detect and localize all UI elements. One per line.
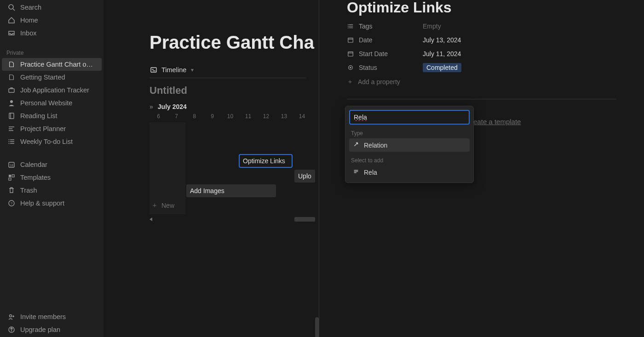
popup-option-relation[interactable]: Relation — [349, 138, 470, 152]
day-col[interactable]: 13 — [275, 113, 293, 120]
day-col[interactable]: 7 — [167, 113, 185, 120]
prop-label: Start Date — [359, 50, 388, 57]
day-col[interactable]: 9 — [203, 113, 221, 120]
day-col[interactable]: 10 — [221, 113, 239, 120]
sidebar-home[interactable]: Home — [2, 14, 102, 27]
page-title[interactable]: Practice Gantt Char — [150, 32, 315, 53]
sidebar-templates[interactable]: Templates — [2, 171, 102, 184]
label: Upgrade plan — [20, 326, 60, 333]
create-template-link[interactable]: create a template — [468, 118, 521, 126]
detail-panel: Optimize Links Tags Empty Date July 13, … — [319, 0, 644, 337]
label: Trash — [20, 187, 37, 194]
divider — [347, 99, 616, 99]
day-col[interactable]: 6 — [150, 113, 167, 120]
month-navigator[interactable]: » July 2024 — [150, 103, 315, 110]
search-icon — [7, 3, 16, 11]
sidebar-search[interactable]: Search — [2, 1, 102, 14]
add-property-label: Add a property — [358, 78, 400, 86]
day-col[interactable]: 8 — [185, 113, 203, 120]
prop-value[interactable]: July 13, 2024 — [423, 36, 461, 44]
sidebar-calendar[interactable]: 18 Calendar — [2, 158, 102, 171]
sidebar-page-personal-website[interactable]: Personal Website — [2, 97, 102, 109]
templates-icon — [7, 173, 16, 182]
label: Inbox — [20, 29, 36, 37]
person-icon — [7, 99, 16, 107]
timeline-body[interactable]: Optimize Links Uplo Add Images ＋ New — [150, 122, 315, 214]
timeline-horizontal-scrollbar[interactable] — [150, 217, 315, 222]
svg-point-38 — [350, 67, 351, 69]
svg-rect-17 — [9, 175, 11, 177]
scrollbar-thumb[interactable] — [294, 217, 315, 222]
svg-rect-33 — [348, 38, 353, 43]
prop-label: Date — [359, 36, 373, 44]
svg-point-13 — [9, 141, 10, 142]
svg-rect-19 — [9, 178, 11, 180]
task-bar-optimize-links[interactable]: Optimize Links — [239, 154, 292, 167]
popup-option-rela[interactable]: Rela — [349, 166, 470, 179]
label: Help & support — [20, 200, 64, 207]
property-row-status[interactable]: Status Completed — [347, 64, 616, 71]
svg-point-31 — [348, 26, 349, 27]
label: Templates — [20, 174, 51, 181]
relation-icon — [353, 141, 359, 149]
new-row-button[interactable]: ＋ New — [150, 200, 176, 211]
day-col[interactable]: 14 — [293, 113, 311, 120]
sidebar-help[interactable]: ? Help & support — [2, 197, 102, 210]
task-bar-add-images[interactable]: Add Images — [186, 184, 276, 197]
svg-rect-4 — [9, 113, 14, 119]
sidebar-page-project-planner[interactable]: Project Planner — [2, 122, 102, 135]
calendar-icon: 18 — [7, 160, 16, 169]
label: Reading List — [20, 112, 58, 120]
month-label: July 2024 — [158, 103, 187, 110]
label: Practice Gantt Chart on N... — [20, 61, 96, 68]
view-selector[interactable]: Timeline ▾ — [150, 62, 306, 78]
sidebar: Search Home Inbox Private Practice Gantt… — [0, 0, 104, 337]
sidebar-page-practice-gantt[interactable]: Practice Gantt Chart on N... — [2, 58, 102, 71]
prop-value[interactable]: Empty — [423, 23, 441, 30]
status-icon — [347, 64, 354, 71]
svg-point-30 — [348, 24, 349, 25]
label: Search — [20, 4, 41, 11]
property-row-date[interactable]: Date July 13, 2024 — [347, 36, 616, 44]
sidebar-invite-members[interactable]: Invite members — [2, 310, 102, 323]
planner-icon — [7, 125, 16, 133]
prop-value[interactable]: July 11, 2024 — [423, 50, 461, 57]
chevron-down-icon: ▾ — [191, 67, 194, 73]
view-label: Timeline — [161, 66, 186, 74]
property-row-tags[interactable]: Tags Empty — [347, 23, 616, 30]
book-icon — [7, 112, 16, 120]
help-icon: ? — [7, 199, 16, 207]
page-icon — [7, 73, 16, 81]
property-row-start-date[interactable]: Start Date July 11, 2024 — [347, 50, 616, 57]
sidebar-page-weekly-todo[interactable]: Weekly To-do List — [2, 135, 102, 148]
plus-icon: ＋ — [347, 78, 353, 86]
todo-icon — [7, 137, 16, 146]
database-title[interactable]: Untitled — [150, 85, 315, 97]
property-search-popup: Type Relation Select to add Rela — [345, 106, 474, 183]
briefcase-icon — [7, 86, 16, 94]
property-search-input[interactable] — [349, 110, 470, 125]
add-property-button[interactable]: ＋ Add a property — [347, 78, 616, 86]
detail-title[interactable]: Optimize Links — [347, 0, 616, 16]
sidebar-upgrade-plan[interactable]: Upgrade plan — [2, 323, 102, 336]
scrollbar-thumb[interactable] — [315, 317, 319, 337]
sidebar-trash[interactable]: Trash — [2, 184, 102, 197]
sidebar-page-reading-list[interactable]: Reading List — [2, 109, 102, 122]
prop-value[interactable]: Completed — [423, 64, 461, 71]
sidebar-inbox[interactable]: Inbox — [2, 27, 102, 40]
popup-section-type: Type — [351, 130, 468, 137]
sidebar-page-getting-started[interactable]: Getting Started — [2, 71, 102, 84]
task-bar-upload[interactable]: Uplo — [294, 170, 315, 183]
svg-rect-24 — [151, 68, 156, 72]
prop-label: Status — [359, 64, 377, 71]
content-vertical-scrollbar[interactable] — [315, 0, 319, 337]
invite-icon — [7, 313, 16, 321]
sidebar-section-private[interactable]: Private — [0, 46, 104, 58]
day-col[interactable]: 12 — [257, 113, 275, 120]
sidebar-page-job-tracker[interactable]: Job Application Tracker — [2, 84, 102, 97]
prop-label: Tags — [359, 23, 373, 30]
label: Personal Website — [20, 99, 72, 107]
main: Practice Gantt Char Timeline ▾ Untitled … — [104, 0, 644, 337]
page-icon — [7, 60, 16, 69]
day-col[interactable]: 11 — [239, 113, 257, 120]
